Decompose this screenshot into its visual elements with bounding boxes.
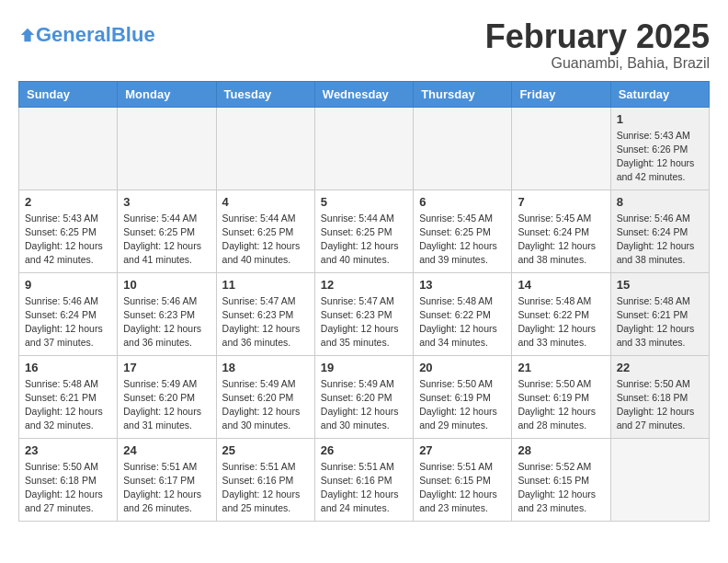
calendar-cell: 27Sunrise: 5:51 AM Sunset: 6:15 PM Dayli… [414, 438, 512, 521]
calendar-cell: 16Sunrise: 5:48 AM Sunset: 6:21 PM Dayli… [19, 355, 118, 438]
day-info: Sunrise: 5:51 AM Sunset: 6:16 PM Dayligh… [222, 460, 309, 516]
day-info: Sunrise: 5:51 AM Sunset: 6:15 PM Dayligh… [419, 460, 506, 516]
calendar-cell: 22Sunrise: 5:50 AM Sunset: 6:18 PM Dayli… [610, 355, 709, 438]
day-number: 4 [222, 195, 309, 209]
calendar-cell: 23Sunrise: 5:50 AM Sunset: 6:18 PM Dayli… [19, 438, 118, 521]
day-info: Sunrise: 5:44 AM Sunset: 6:25 PM Dayligh… [222, 212, 309, 268]
day-number: 25 [222, 443, 309, 457]
logo-general: General [36, 23, 111, 46]
day-info: Sunrise: 5:48 AM Sunset: 6:22 PM Dayligh… [419, 294, 506, 350]
day-number: 2 [25, 195, 111, 209]
day-number: 28 [518, 443, 604, 457]
day-number: 22 [617, 361, 703, 374]
day-number: 19 [321, 361, 407, 374]
calendar-cell: 20Sunrise: 5:50 AM Sunset: 6:19 PM Dayli… [414, 355, 512, 438]
day-info: Sunrise: 5:50 AM Sunset: 6:19 PM Dayligh… [419, 377, 506, 433]
day-info: Sunrise: 5:52 AM Sunset: 6:15 PM Dayligh… [518, 460, 604, 516]
calendar-cell: 4Sunrise: 5:44 AM Sunset: 6:25 PM Daylig… [216, 190, 314, 272]
day-info: Sunrise: 5:45 AM Sunset: 6:25 PM Dayligh… [419, 212, 506, 268]
day-number: 14 [518, 278, 604, 292]
calendar-cell [314, 107, 413, 190]
day-number: 23 [25, 443, 111, 457]
day-info: Sunrise: 5:50 AM Sunset: 6:18 PM Dayligh… [617, 377, 703, 433]
calendar-cell: 24Sunrise: 5:51 AM Sunset: 6:17 PM Dayli… [118, 438, 216, 521]
day-number: 6 [419, 195, 506, 209]
calendar-header: SundayMondayTuesdayWednesdayThursdayFrid… [19, 81, 710, 107]
calendar-table: SundayMondayTuesdayWednesdayThursdayFrid… [18, 81, 710, 522]
weekday-header-monday: Monday [118, 81, 216, 107]
day-info: Sunrise: 5:43 AM Sunset: 6:25 PM Dayligh… [25, 212, 111, 268]
weekday-header-thursday: Thursday [414, 81, 512, 107]
logo: GeneralBlue [18, 23, 155, 47]
calendar-title: February 2025 [485, 18, 710, 55]
weekday-header-wednesday: Wednesday [314, 81, 413, 107]
day-number: 27 [419, 443, 506, 457]
calendar-week-2: 9Sunrise: 5:46 AM Sunset: 6:24 PM Daylig… [19, 272, 710, 355]
day-number: 26 [321, 443, 407, 457]
calendar-cell: 5Sunrise: 5:44 AM Sunset: 6:25 PM Daylig… [314, 190, 413, 272]
header: GeneralBlue February 2025 Guanambi, Bahi… [18, 18, 710, 72]
calendar-week-3: 16Sunrise: 5:48 AM Sunset: 6:21 PM Dayli… [19, 355, 710, 438]
day-number: 7 [518, 195, 604, 209]
calendar-cell: 15Sunrise: 5:48 AM Sunset: 6:21 PM Dayli… [610, 272, 709, 355]
day-number: 16 [25, 361, 111, 374]
day-info: Sunrise: 5:50 AM Sunset: 6:19 PM Dayligh… [518, 377, 604, 433]
calendar-week-4: 23Sunrise: 5:50 AM Sunset: 6:18 PM Dayli… [19, 438, 710, 521]
title-area: February 2025 Guanambi, Bahia, Brazil [485, 18, 710, 72]
calendar-cell: 1Sunrise: 5:43 AM Sunset: 6:26 PM Daylig… [610, 107, 709, 190]
calendar-cell: 10Sunrise: 5:46 AM Sunset: 6:23 PM Dayli… [118, 272, 216, 355]
calendar-cell [19, 107, 118, 190]
logo-text: GeneralBlue [36, 23, 155, 47]
day-number: 5 [321, 195, 407, 209]
day-info: Sunrise: 5:49 AM Sunset: 6:20 PM Dayligh… [321, 377, 407, 433]
day-number: 12 [321, 278, 407, 292]
day-number: 11 [222, 278, 309, 292]
day-number: 10 [123, 278, 210, 292]
day-number: 13 [419, 278, 506, 292]
calendar-cell [610, 438, 709, 521]
day-info: Sunrise: 5:51 AM Sunset: 6:17 PM Dayligh… [123, 460, 210, 516]
weekday-header-saturday: Saturday [610, 81, 709, 107]
day-info: Sunrise: 5:48 AM Sunset: 6:21 PM Dayligh… [25, 377, 111, 433]
calendar-cell: 13Sunrise: 5:48 AM Sunset: 6:22 PM Dayli… [414, 272, 512, 355]
calendar-cell: 17Sunrise: 5:49 AM Sunset: 6:20 PM Dayli… [118, 355, 216, 438]
day-info: Sunrise: 5:46 AM Sunset: 6:24 PM Dayligh… [617, 212, 703, 268]
day-info: Sunrise: 5:46 AM Sunset: 6:23 PM Dayligh… [123, 294, 210, 350]
calendar-week-0: 1Sunrise: 5:43 AM Sunset: 6:26 PM Daylig… [19, 107, 710, 190]
calendar-cell [512, 107, 610, 190]
weekday-header-tuesday: Tuesday [216, 81, 314, 107]
day-info: Sunrise: 5:43 AM Sunset: 6:26 PM Dayligh… [617, 129, 703, 185]
day-number: 9 [25, 278, 111, 292]
calendar-cell [414, 107, 512, 190]
day-info: Sunrise: 5:47 AM Sunset: 6:23 PM Dayligh… [222, 294, 309, 350]
day-number: 18 [222, 361, 309, 374]
weekday-header-sunday: Sunday [19, 81, 118, 107]
calendar-cell: 25Sunrise: 5:51 AM Sunset: 6:16 PM Dayli… [216, 438, 314, 521]
calendar-cell: 18Sunrise: 5:49 AM Sunset: 6:20 PM Dayli… [216, 355, 314, 438]
svg-marker-0 [21, 29, 34, 41]
day-info: Sunrise: 5:47 AM Sunset: 6:23 PM Dayligh… [321, 294, 407, 350]
day-number: 8 [617, 195, 703, 209]
calendar-cell: 21Sunrise: 5:50 AM Sunset: 6:19 PM Dayli… [512, 355, 610, 438]
day-info: Sunrise: 5:50 AM Sunset: 6:18 PM Dayligh… [25, 460, 111, 516]
calendar-cell [118, 107, 216, 190]
logo-icon [19, 27, 36, 43]
logo-blue: Blue [111, 23, 155, 46]
day-info: Sunrise: 5:48 AM Sunset: 6:22 PM Dayligh… [518, 294, 604, 350]
weekday-header-friday: Friday [512, 81, 610, 107]
calendar-cell: 19Sunrise: 5:49 AM Sunset: 6:20 PM Dayli… [314, 355, 413, 438]
calendar-cell: 3Sunrise: 5:44 AM Sunset: 6:25 PM Daylig… [118, 190, 216, 272]
calendar-cell: 7Sunrise: 5:45 AM Sunset: 6:24 PM Daylig… [512, 190, 610, 272]
calendar-subtitle: Guanambi, Bahia, Brazil [485, 55, 710, 72]
calendar-cell: 9Sunrise: 5:46 AM Sunset: 6:24 PM Daylig… [19, 272, 118, 355]
calendar-cell: 14Sunrise: 5:48 AM Sunset: 6:22 PM Dayli… [512, 272, 610, 355]
day-number: 1 [617, 112, 703, 126]
calendar-cell: 6Sunrise: 5:45 AM Sunset: 6:25 PM Daylig… [414, 190, 512, 272]
calendar-cell: 11Sunrise: 5:47 AM Sunset: 6:23 PM Dayli… [216, 272, 314, 355]
day-info: Sunrise: 5:44 AM Sunset: 6:25 PM Dayligh… [321, 212, 407, 268]
day-info: Sunrise: 5:44 AM Sunset: 6:25 PM Dayligh… [123, 212, 210, 268]
day-info: Sunrise: 5:45 AM Sunset: 6:24 PM Dayligh… [518, 212, 604, 268]
day-info: Sunrise: 5:46 AM Sunset: 6:24 PM Dayligh… [25, 294, 111, 350]
calendar-week-1: 2Sunrise: 5:43 AM Sunset: 6:25 PM Daylig… [19, 190, 710, 272]
day-number: 15 [617, 278, 703, 292]
